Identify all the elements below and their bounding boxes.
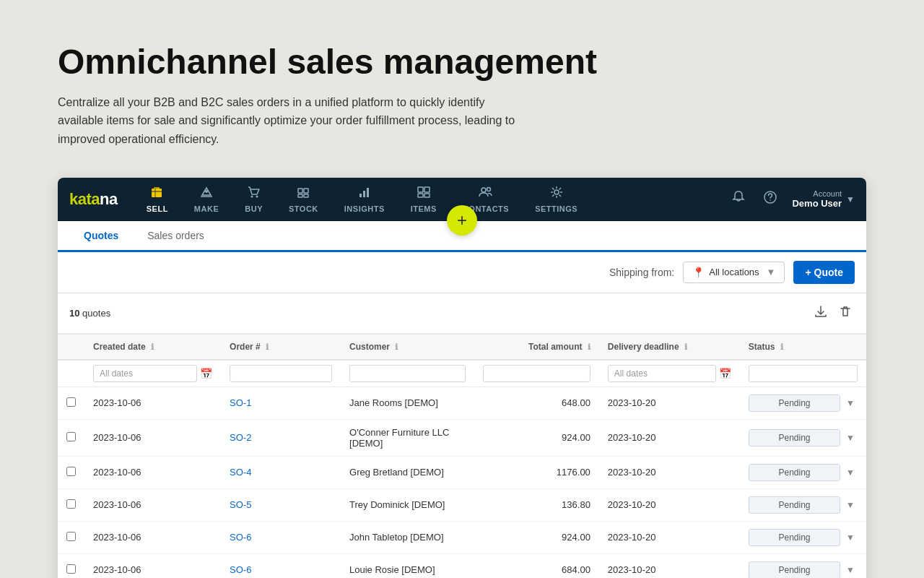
row-customer: Jane Rooms [DEMO] — [341, 387, 474, 419]
svg-rect-1 — [154, 187, 160, 190]
table-row: 2023-10-06 SO-2 O'Conner Furniture LLC [… — [58, 419, 866, 456]
filter-delivery-date: 📅 — [608, 365, 731, 382]
buy-icon — [247, 185, 261, 202]
nav-item-sell[interactable]: SELL — [135, 179, 180, 219]
notifications-button[interactable] — [728, 187, 749, 211]
status-badge: Pending — [749, 394, 840, 412]
tab-quotes[interactable]: Quotes — [69, 221, 133, 252]
items-icon — [417, 185, 431, 202]
nav-item-items[interactable]: ITEMS — [399, 179, 448, 219]
status-dropdown-icon[interactable]: ▼ — [843, 497, 858, 513]
row-checkbox[interactable] — [66, 532, 76, 541]
stock-icon — [296, 185, 310, 202]
app-logo[interactable]: katana — [69, 190, 118, 209]
filter-status-input[interactable] — [749, 365, 858, 382]
status-dropdown-icon[interactable]: ▼ — [843, 562, 858, 578]
row-status-cell: Pending ▼ — [749, 496, 858, 514]
calendar-icon-delivery[interactable]: 📅 — [719, 368, 731, 379]
hero-title: Omnichannel sales management — [58, 43, 866, 82]
table-row: 2023-10-06 SO-4 Greg Bretland [DEMO] 117… — [58, 456, 866, 488]
filter-delivery-date-input[interactable] — [608, 365, 716, 382]
row-order-link[interactable]: SO-4 — [230, 467, 251, 478]
download-button[interactable] — [811, 302, 830, 324]
svg-rect-16 — [418, 194, 423, 197]
row-checkbox[interactable] — [66, 467, 76, 476]
svg-point-6 — [256, 196, 258, 198]
table-row: 2023-10-06 SO-6 John Tabletop [DEMO] 924… — [58, 521, 866, 553]
filter-total-amount-input[interactable] — [483, 365, 590, 382]
location-select[interactable]: 📍 All locations ▼ — [683, 262, 785, 283]
col-created-date: Created date ℹ — [84, 334, 221, 360]
row-order-link[interactable]: SO-6 — [230, 532, 251, 543]
svg-rect-10 — [304, 194, 308, 197]
status-dropdown-icon[interactable]: ▼ — [843, 465, 858, 480]
row-status-cell: Pending ▼ — [749, 429, 858, 447]
help-button[interactable] — [760, 187, 780, 211]
account-top-label: Account — [792, 189, 842, 198]
col-total-amount: Total amount ℹ — [474, 334, 599, 360]
shipping-from-label: Shipping from: — [609, 267, 674, 278]
filter-customer-input[interactable] — [349, 365, 466, 382]
col-delivery-deadline-info: ℹ — [684, 342, 687, 351]
table-actions — [811, 302, 855, 324]
row-status-cell: Pending ▼ — [749, 561, 858, 578]
svg-point-18 — [481, 188, 486, 192]
nav-item-make[interactable]: MAKE — [183, 179, 230, 219]
row-checkbox[interactable] — [66, 499, 76, 509]
tab-sales-orders[interactable]: Sales orders — [133, 221, 219, 252]
delete-button[interactable] — [836, 302, 855, 324]
row-created-date: 2023-10-06 — [84, 387, 221, 419]
status-dropdown-icon[interactable]: ▼ — [843, 395, 858, 411]
row-order-link[interactable]: SO-5 — [230, 499, 251, 510]
row-order-link[interactable]: SO-1 — [230, 397, 251, 408]
status-dropdown-icon[interactable]: ▼ — [843, 530, 858, 545]
row-checkbox[interactable] — [66, 397, 76, 407]
svg-rect-14 — [418, 187, 423, 192]
row-order-link[interactable]: SO-6 — [230, 564, 251, 575]
table-row: 2023-10-06 SO-6 Louie Rosie [DEMO] 684.0… — [58, 553, 866, 578]
account-user-label: Demo User — [792, 198, 842, 209]
status-dropdown-icon[interactable]: ▼ — [843, 430, 858, 446]
status-badge: Pending — [749, 561, 840, 578]
filter-row: 📅 📅 — [58, 360, 866, 387]
row-total-amount: 924.00 — [474, 521, 599, 553]
nav-item-settings[interactable]: SETTINGS — [523, 179, 589, 219]
table-container: 10 quotes — [58, 293, 866, 578]
row-checkbox[interactable] — [66, 564, 76, 574]
col-customer: Customer ℹ — [341, 334, 474, 360]
insights-icon — [357, 185, 372, 202]
row-order-link[interactable]: SO-2 — [230, 432, 251, 443]
col-delivery-deadline: Delivery deadline ℹ — [599, 334, 740, 360]
row-total-amount: 1176.00 — [474, 456, 599, 488]
col-checkbox — [58, 334, 84, 360]
filter-order-num-input[interactable] — [230, 365, 332, 382]
contacts-icon — [479, 185, 493, 202]
row-delivery-deadline: 2023-10-20 — [599, 419, 740, 456]
row-delivery-deadline: 2023-10-20 — [599, 456, 740, 488]
svg-point-22 — [770, 199, 772, 201]
col-customer-info: ℹ — [395, 342, 398, 351]
row-checkbox[interactable] — [66, 432, 76, 441]
filter-created-date-input[interactable] — [93, 365, 197, 382]
nav-item-stock[interactable]: STOCK — [277, 179, 330, 219]
app-container: katana SELL — [58, 178, 866, 578]
row-delivery-deadline: 2023-10-20 — [599, 488, 740, 521]
account-info[interactable]: Account Demo User ▼ — [792, 189, 855, 209]
nav-item-buy[interactable]: BUY — [233, 179, 274, 219]
col-created-date-info: ℹ — [151, 342, 154, 351]
row-total-amount: 648.00 — [474, 387, 599, 419]
calendar-icon-created[interactable]: 📅 — [200, 368, 212, 379]
svg-point-4 — [205, 190, 208, 193]
hero-section: Omnichannel sales management Centralize … — [0, 0, 924, 178]
quotes-label: quotes — [82, 308, 110, 319]
nav-item-insights[interactable]: INSIGHTS — [333, 179, 396, 219]
status-badge: Pending — [749, 496, 840, 514]
fab-plus-button[interactable]: + — [447, 205, 477, 236]
table-header-row: Created date ℹ Order # ℹ Customer ℹ Tota… — [58, 334, 866, 360]
col-order-num-info: ℹ — [266, 342, 269, 351]
svg-rect-17 — [424, 194, 430, 197]
make-label: MAKE — [194, 204, 219, 213]
add-quote-button[interactable]: + Quote — [793, 261, 855, 284]
row-created-date: 2023-10-06 — [84, 488, 221, 521]
row-created-date: 2023-10-06 — [84, 456, 221, 488]
